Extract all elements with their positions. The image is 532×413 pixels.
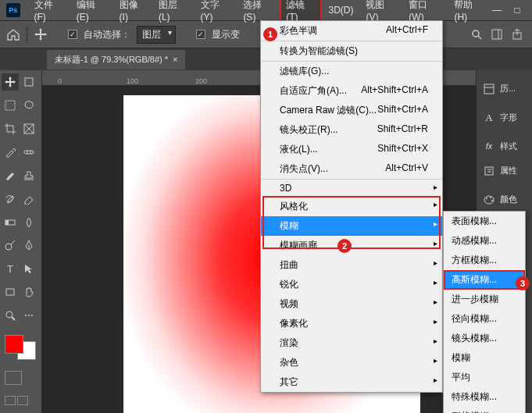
eraser-tool[interactable] (20, 190, 37, 208)
panel-color[interactable]: 颜色 (477, 187, 532, 212)
filter-distort[interactable]: 扭曲 (261, 255, 442, 275)
marquee-tool[interactable] (2, 97, 19, 114)
filter-vanishing-point[interactable]: 消失点(V)...Alt+Ctrl+V (261, 159, 442, 179)
svg-rect-5 (25, 78, 33, 86)
filter-last[interactable]: 彩色半调Alt+Ctrl+F (261, 21, 442, 41)
workspace-icon[interactable] (491, 29, 502, 40)
svg-rect-6 (5, 101, 15, 110)
menu-type[interactable]: 文字(Y) (195, 0, 237, 26)
blur-blur[interactable]: 模糊 (444, 348, 525, 368)
svg-point-28 (490, 197, 491, 198)
svg-rect-23 (485, 167, 493, 175)
panel-styles[interactable]: fx样式 (477, 134, 532, 158)
svg-point-27 (486, 198, 487, 199)
menu-image[interactable]: 图像(I) (113, 0, 152, 26)
filter-sharpen[interactable]: 锐化 (261, 275, 442, 294)
color-swatches[interactable] (5, 335, 36, 360)
blur-motion[interactable]: 动感模糊... (444, 231, 525, 251)
menu-3d[interactable]: 3D(D) (322, 2, 359, 19)
crop-tool[interactable] (2, 120, 19, 137)
auto-select-dropdown[interactable]: 图层 (137, 26, 176, 44)
rectangle-tool[interactable] (2, 283, 19, 301)
healing-tool[interactable] (20, 144, 37, 161)
filter-stylize[interactable]: 风格化 (261, 197, 442, 216)
filter-blur-gallery[interactable]: 模糊画廊 (261, 236, 442, 255)
home-icon[interactable] (6, 28, 20, 41)
minimize-icon[interactable]: — (491, 5, 502, 16)
menu-help[interactable]: 帮助(H) (448, 0, 491, 26)
history-brush-tool[interactable] (2, 190, 19, 208)
show-transform-label: 显示变 (212, 28, 240, 41)
screen-mode[interactable] (5, 396, 28, 410)
frame-tool[interactable] (20, 120, 37, 137)
filter-3d[interactable]: 3D (261, 179, 442, 197)
blur-radial[interactable]: 径向模糊... (444, 309, 525, 329)
blur-tool[interactable] (20, 214, 37, 231)
maximize-icon[interactable]: □ (512, 5, 523, 16)
quick-mask-toggle[interactable] (5, 371, 22, 385)
menubar: Ps 文件(F) 编辑(E) 图像(I) 图层(L) 文字(Y) 选择(S) 滤… (0, 0, 532, 20)
edit-toolbar[interactable]: ⋯ (20, 307, 37, 324)
blur-lens[interactable]: 镜头模糊... (444, 329, 525, 348)
svg-point-0 (473, 30, 479, 37)
filter-lens-correction[interactable]: 镜头校正(R)...Shift+Ctrl+R (261, 120, 442, 140)
close-icon[interactable]: × (173, 55, 177, 64)
show-transform-checkbox[interactable]: ✓ (196, 30, 205, 39)
share-icon[interactable] (512, 29, 523, 40)
foreground-color[interactable] (5, 335, 23, 354)
filter-smart[interactable]: 转换为智能滤镜(S) (261, 41, 442, 62)
blur-submenu: 表面模糊... 动感模糊... 方框模糊... 高斯模糊... 进一步模糊 径向… (443, 211, 526, 413)
filter-gallery[interactable]: 滤镜库(G)... (261, 62, 442, 81)
filter-other[interactable]: 其它 (261, 372, 442, 392)
filter-camera-raw[interactable]: Camera Raw 滤镜(C)...Shift+Ctrl+A (261, 101, 442, 120)
type-tool[interactable]: T (2, 260, 19, 277)
svg-point-15 (5, 244, 12, 250)
svg-point-26 (484, 196, 494, 204)
blur-average[interactable]: 平均 (444, 368, 525, 387)
move-tool[interactable] (2, 73, 19, 91)
svg-line-20 (12, 317, 15, 320)
zoom-tool[interactable] (2, 307, 19, 324)
svg-line-1 (478, 36, 481, 39)
panel-glyphs[interactable]: A字形 (477, 105, 532, 130)
app-logo: Ps (6, 3, 20, 17)
toolbox: T ⋯ (0, 70, 42, 413)
path-select-tool[interactable] (20, 260, 37, 277)
hand-tool[interactable] (20, 283, 37, 301)
eyedropper-tool[interactable] (2, 144, 19, 161)
filter-liquify[interactable]: 液化(L)...Shift+Ctrl+X (261, 140, 442, 159)
panel-properties[interactable]: 属性 (477, 158, 532, 183)
blur-surface[interactable]: 表面模糊... (444, 212, 525, 231)
blur-gaussian[interactable]: 高斯模糊... (444, 270, 525, 290)
search-icon[interactable] (471, 29, 482, 40)
filter-noise[interactable]: 杂色 (261, 353, 442, 372)
move-tool-icon (34, 27, 48, 41)
pen-tool[interactable] (20, 237, 37, 254)
menu-file[interactable]: 文件(F) (28, 0, 70, 26)
dodge-tool[interactable] (2, 237, 19, 254)
filter-video[interactable]: 视频 (261, 294, 442, 314)
annotation-badge-2: 2 (337, 239, 352, 253)
svg-rect-14 (5, 220, 9, 225)
stamp-tool[interactable] (20, 167, 37, 184)
panel-history[interactable]: 历... (477, 77, 532, 101)
blur-more[interactable]: 进一步模糊 (444, 290, 525, 309)
blur-shape[interactable]: 形状模糊... (444, 407, 525, 413)
gradient-tool[interactable] (2, 214, 19, 231)
filter-blur[interactable]: 模糊 (261, 216, 442, 236)
menu-layer[interactable]: 图层(L) (152, 0, 195, 26)
filter-adaptive-wide-angle[interactable]: 自适应广角(A)...Alt+Shift+Ctrl+A (261, 81, 442, 101)
document-tab[interactable]: 未标题-1 @ 79.3%(RGB/8#) * × (47, 50, 185, 69)
svg-text:T: T (7, 263, 13, 274)
annotation-badge-1: 1 (263, 27, 277, 41)
menu-edit[interactable]: 编辑(E) (70, 0, 113, 26)
filter-pixelate[interactable]: 像素化 (261, 314, 442, 333)
lasso-tool[interactable] (20, 97, 37, 114)
blur-smart[interactable]: 特殊模糊... (444, 387, 525, 407)
filter-render[interactable]: 渲染 (261, 333, 442, 353)
artboard-tool[interactable] (20, 73, 37, 91)
brush-tool[interactable] (2, 167, 19, 184)
auto-select-checkbox[interactable]: ✓ (68, 30, 77, 39)
blur-box[interactable]: 方框模糊... (444, 251, 525, 270)
svg-rect-18 (6, 289, 14, 295)
